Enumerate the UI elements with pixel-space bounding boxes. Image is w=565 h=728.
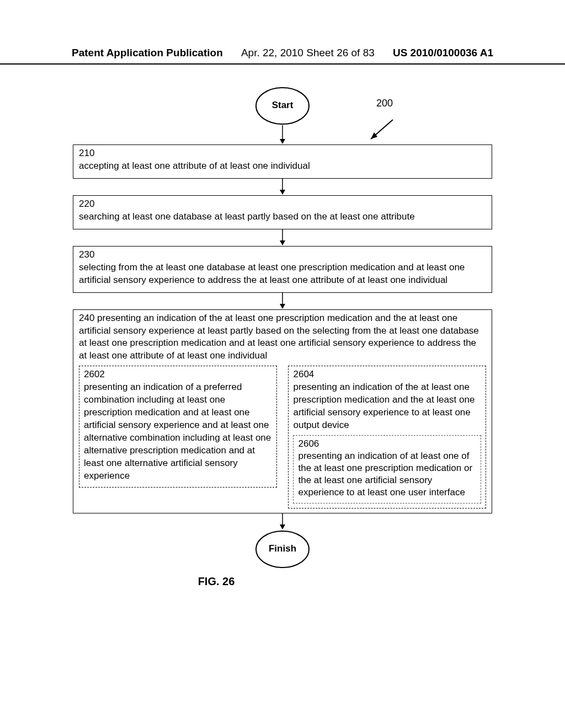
step-220-box: 220 searching at least one database at l… bbox=[73, 195, 492, 229]
sub-2606-box: 2606 presenting an indication of at leas… bbox=[293, 435, 481, 504]
svg-marker-8 bbox=[280, 240, 285, 245]
sub-2602-text: presenting an indication of a preferred … bbox=[84, 382, 271, 481]
sub-2602-box: 2602 presenting an indication of a prefe… bbox=[79, 366, 277, 487]
arrow-down-icon bbox=[277, 513, 288, 530]
sub-step-row: 2602 presenting an indication of a prefe… bbox=[79, 366, 486, 508]
arrow-down-icon bbox=[277, 293, 288, 309]
date-sheet-label: Apr. 22, 2010 Sheet 26 of 83 bbox=[241, 47, 375, 59]
step-220-text: searching at least one database at least… bbox=[79, 211, 486, 223]
sub-2606-text: presenting an indication of at least one… bbox=[298, 451, 472, 497]
arrow-down-icon bbox=[277, 229, 288, 246]
reference-arrow-icon bbox=[365, 117, 398, 144]
svg-marker-10 bbox=[280, 304, 285, 309]
page-header: Patent Application Publication Apr. 22, … bbox=[0, 0, 565, 65]
finish-label: Finish bbox=[255, 543, 310, 554]
arrow-down-icon bbox=[277, 179, 288, 195]
step-240-text: presenting an indication of the at least… bbox=[79, 313, 479, 361]
sub-2604-box: 2604 presenting an indication of the at … bbox=[288, 366, 486, 508]
arrow-down-icon bbox=[277, 125, 288, 144]
step-240-box: 240 presenting an indication of the at l… bbox=[73, 309, 492, 514]
step-220-number: 220 bbox=[79, 198, 486, 211]
svg-marker-12 bbox=[280, 524, 285, 529]
publication-label: Patent Application Publication bbox=[72, 47, 223, 59]
step-210-number: 210 bbox=[79, 147, 486, 160]
step-210-box: 210 accepting at least one attribute of … bbox=[73, 144, 492, 179]
sub-2604-number: 2604 bbox=[293, 368, 481, 381]
start-label: Start bbox=[255, 100, 310, 111]
svg-marker-4 bbox=[280, 139, 285, 144]
sub-2602-number: 2602 bbox=[84, 368, 272, 381]
diagram-reference-number: 200 bbox=[376, 98, 393, 109]
figure-label: FIG. 26 bbox=[0, 575, 492, 588]
finish-terminal: Finish bbox=[255, 530, 310, 569]
step-230-number: 230 bbox=[79, 249, 486, 261]
sub-2604-text: presenting an indication of the at least… bbox=[293, 382, 475, 430]
step-210-text: accepting at least one attribute of at l… bbox=[79, 160, 486, 173]
step-230-box: 230 selecting from the at least one data… bbox=[73, 246, 492, 293]
sub-2606-number: 2606 bbox=[298, 438, 476, 450]
step-240-number: 240 bbox=[79, 313, 94, 323]
flowchart-diagram: 200 Start 210 accepting at least one att… bbox=[73, 65, 492, 588]
svg-marker-6 bbox=[280, 190, 285, 195]
step-230-text: selecting from the at least one database… bbox=[79, 261, 486, 287]
start-terminal: Start bbox=[255, 87, 310, 125]
publication-number: US 2010/0100036 A1 bbox=[393, 47, 493, 59]
